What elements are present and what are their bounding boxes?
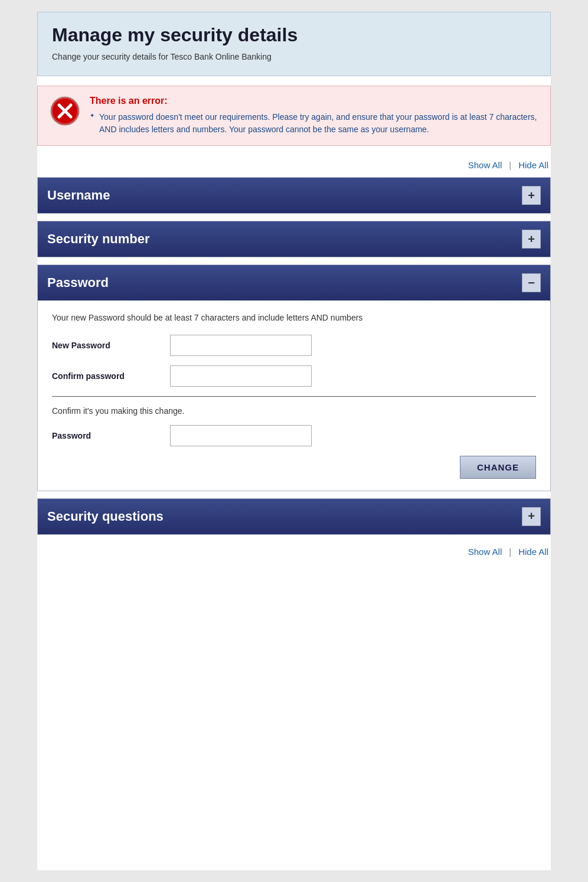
security-number-accordion-title: Security number	[47, 231, 150, 247]
username-toggle[interactable]: +	[522, 186, 541, 205]
error-section: There is an error: Your password doesn't…	[37, 86, 551, 146]
security-questions-accordion-title: Security questions	[47, 509, 164, 524]
change-button[interactable]: CHANGE	[460, 456, 536, 479]
new-password-label: New Password	[52, 341, 170, 350]
page-title: Manage my security details	[52, 24, 536, 46]
security-questions-toggle[interactable]: +	[522, 507, 541, 526]
new-password-row: New Password	[52, 335, 536, 356]
header-section: Manage my security details Change your s…	[37, 12, 551, 76]
current-password-input[interactable]	[170, 425, 312, 446]
error-title: There is an error:	[90, 96, 538, 106]
error-list: Your password doesn't meet our requireme…	[90, 111, 538, 136]
form-divider	[52, 396, 536, 397]
page-subtitle: Change your security details for Tesco B…	[52, 52, 536, 61]
change-button-row: CHANGE	[52, 456, 536, 479]
current-password-row: Password	[52, 425, 536, 446]
password-accordion: Password − Your new Password should be a…	[37, 264, 551, 491]
error-content: There is an error: Your password doesn't…	[90, 96, 538, 136]
confirm-password-row: Confirm password	[52, 365, 536, 387]
username-accordion-title: Username	[47, 188, 110, 203]
error-message: Your password doesn't meet our requireme…	[90, 111, 538, 136]
security-number-accordion: Security number +	[37, 221, 551, 257]
show-all-link-top[interactable]: Show All	[468, 160, 502, 170]
password-accordion-body: Your new Password should be at least 7 c…	[38, 300, 550, 491]
page-container: Manage my security details Change your s…	[37, 12, 551, 870]
security-questions-accordion-header[interactable]: Security questions +	[38, 499, 550, 534]
password-accordion-header[interactable]: Password −	[38, 265, 550, 300]
password-toggle[interactable]: −	[522, 273, 541, 292]
show-all-link-bottom[interactable]: Show All	[468, 547, 502, 557]
show-hide-controls-bottom: Show All | Hide All	[37, 542, 551, 561]
confirm-password-input[interactable]	[170, 365, 312, 387]
divider-top: |	[509, 160, 511, 170]
hide-all-link-top[interactable]: Hide All	[518, 160, 548, 170]
password-accordion-title: Password	[47, 275, 109, 290]
error-icon	[50, 96, 80, 126]
new-password-input[interactable]	[170, 335, 312, 356]
divider-bottom: |	[509, 547, 511, 557]
username-accordion: Username +	[37, 177, 551, 214]
current-password-label: Password	[52, 431, 170, 440]
username-accordion-header[interactable]: Username +	[38, 178, 550, 213]
show-hide-controls-top: Show All | Hide All	[37, 155, 551, 175]
security-number-accordion-header[interactable]: Security number +	[38, 221, 550, 257]
hide-all-link-bottom[interactable]: Hide All	[518, 547, 548, 557]
confirm-identity-text: Confirm it's you making this change.	[52, 406, 536, 416]
confirm-password-label: Confirm password	[52, 371, 170, 381]
password-hint: Your new Password should be at least 7 c…	[52, 312, 536, 324]
security-questions-accordion: Security questions +	[37, 498, 551, 535]
security-number-toggle[interactable]: +	[522, 230, 541, 249]
